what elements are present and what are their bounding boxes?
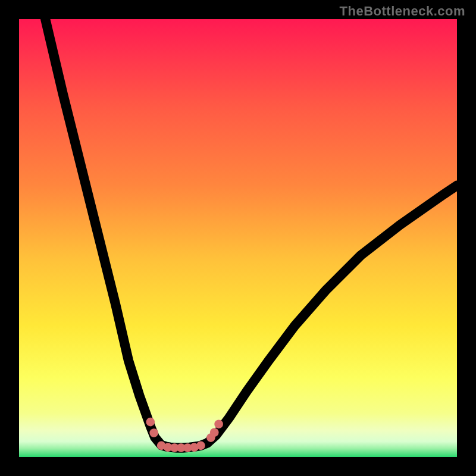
valley-marker	[149, 428, 158, 437]
curve-layer	[19, 19, 457, 457]
chart-frame: TheBottleneck.com	[0, 0, 476, 476]
valley-marker	[146, 418, 155, 427]
valley-marker	[210, 428, 219, 437]
bottleneck-curve	[45, 19, 457, 448]
watermark-text: TheBottleneck.com	[340, 4, 465, 19]
valley-marker	[214, 419, 223, 428]
valley-marker	[196, 441, 205, 450]
valley-markers	[146, 418, 223, 452]
plot-area	[19, 19, 457, 457]
